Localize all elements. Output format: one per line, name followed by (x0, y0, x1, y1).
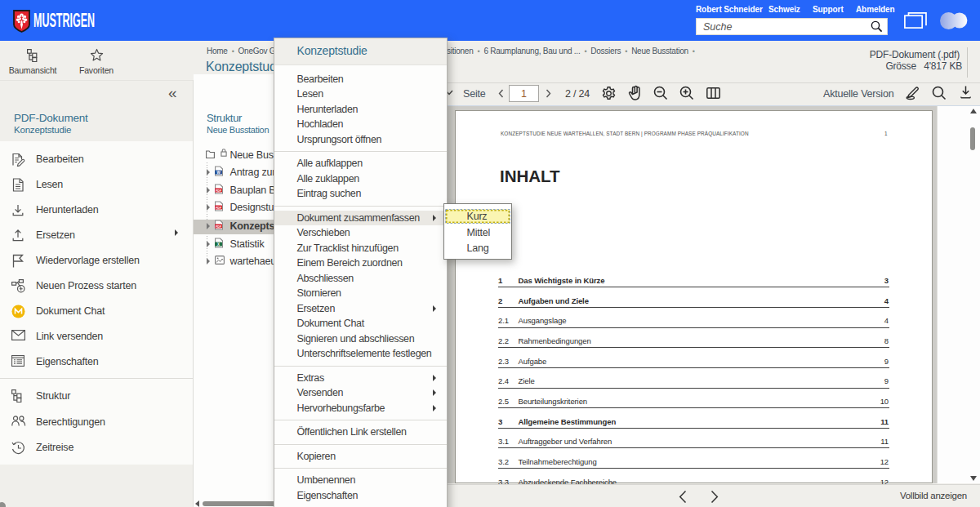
svg-text:PDF: PDF (216, 207, 222, 210)
svg-text:MUSTRIGEN: MUSTRIGEN (33, 10, 95, 31)
svg-text:PDF: PDF (216, 225, 222, 229)
svg-text:X: X (217, 242, 220, 246)
svg-text:PDF: PDF (216, 189, 222, 192)
